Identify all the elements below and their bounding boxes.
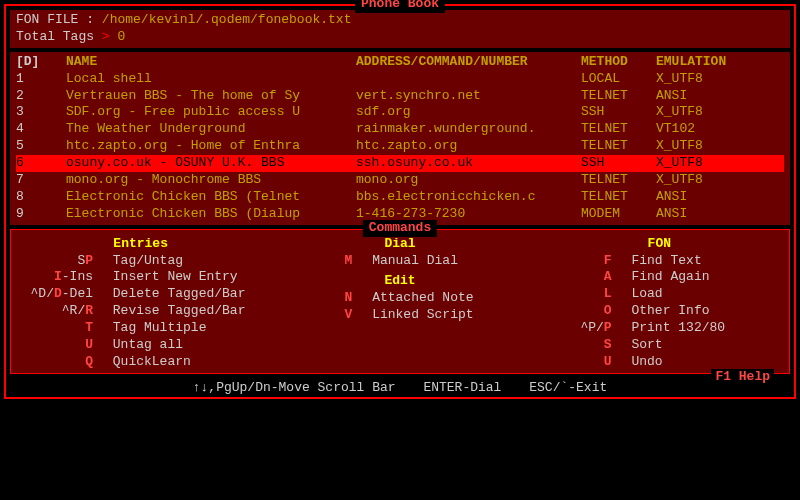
- row-address: mono.org: [356, 172, 581, 189]
- command-item[interactable]: ^D/D-Del-Delete Tagged/Bar: [15, 286, 266, 303]
- row-emulation: ANSI: [656, 189, 746, 206]
- fon-file-label: FON FILE :: [16, 12, 94, 27]
- command-item[interactable]: A-Find Again: [534, 269, 785, 286]
- cmd-col-entries: Entries SP-Tag/UntagI-Ins-Insert New Ent…: [15, 236, 266, 371]
- command-item[interactable]: F-Find Text: [534, 253, 785, 270]
- command-item[interactable]: U-Untag all: [15, 337, 266, 354]
- cmd-col-dial-edit: Dial M-Manual Dial Edit N-Attached NoteV…: [274, 236, 525, 371]
- command-item[interactable]: ^P/P-Print 132/80: [534, 320, 785, 337]
- commands-title: Commands: [363, 220, 437, 237]
- row-method: LOCAL: [581, 71, 656, 88]
- row-method: SSH: [581, 104, 656, 121]
- command-item[interactable]: SP-Tag/Untag: [15, 253, 266, 270]
- command-key: L: [534, 286, 612, 303]
- command-label: QuickLearn: [113, 354, 191, 371]
- command-key: F: [534, 253, 612, 270]
- row-address: sdf.org: [356, 104, 581, 121]
- row-index: 7: [16, 172, 66, 189]
- table-row[interactable]: 2Vertrauen BBS - The home of Syvert.sync…: [16, 88, 784, 105]
- command-label: Other Info: [631, 303, 709, 320]
- row-name: The Weather Underground: [66, 121, 356, 138]
- command-item[interactable]: M-Manual Dial: [274, 253, 525, 270]
- command-item[interactable]: ^R/R-Revise Tagged/Bar: [15, 303, 266, 320]
- row-index: 4: [16, 121, 66, 138]
- edit-heading: Edit: [274, 273, 525, 290]
- footer-move: ↑↓,PgUp/Dn-Move Scroll Bar: [193, 380, 396, 395]
- row-name: htc.zapto.org - Home of Enthra: [66, 138, 356, 155]
- table-row[interactable]: 8Electronic Chicken BBS (Telnetbbs.elect…: [16, 189, 784, 206]
- table-row[interactable]: 1Local shellLOCALX_UTF8: [16, 71, 784, 88]
- row-method: TELNET: [581, 88, 656, 105]
- row-emulation: X_UTF8: [656, 71, 746, 88]
- col-addr: ADDRESS/COMMAND/NUMBER: [356, 54, 581, 71]
- entries-heading: Entries: [15, 236, 266, 253]
- main-window: Phone Book FON FILE : /home/kevinl/.qode…: [4, 4, 796, 399]
- command-label: Find Again: [631, 269, 709, 286]
- row-index: 1: [16, 71, 66, 88]
- col-method: METHOD: [581, 54, 656, 71]
- command-label: Manual Dial: [372, 253, 458, 270]
- command-label: Delete Tagged/Bar: [113, 286, 246, 303]
- f1-help[interactable]: F1 Help: [711, 369, 774, 386]
- table-row[interactable]: 6osuny.co.uk - OSUNY U.K. BBSssh.osuny.c…: [16, 155, 784, 172]
- command-key: V: [274, 307, 352, 324]
- col-emul: EMULATION: [656, 54, 746, 71]
- command-key: ^D/D-Del: [15, 286, 93, 303]
- command-item[interactable]: Q-QuickLearn: [15, 354, 266, 371]
- total-tags-sep: >: [102, 29, 110, 44]
- row-address: ssh.osuny.co.uk: [356, 155, 581, 172]
- row-name: Vertrauen BBS - The home of Sy: [66, 88, 356, 105]
- command-key: SP: [15, 253, 93, 270]
- row-method: TELNET: [581, 189, 656, 206]
- row-name: Electronic Chicken BBS (Dialup: [66, 206, 356, 223]
- command-item[interactable]: T-Tag Multiple: [15, 320, 266, 337]
- total-tags-label: Total Tags: [16, 29, 94, 44]
- command-item[interactable]: V-Linked Script: [274, 307, 525, 324]
- cmd-col-fon: FON F-Find TextA-Find AgainL-LoadO-Other…: [534, 236, 785, 371]
- command-label: Find Text: [631, 253, 701, 270]
- row-index: 9: [16, 206, 66, 223]
- command-label: Tag/Untag: [113, 253, 183, 270]
- command-key: Q: [15, 354, 93, 371]
- fon-heading: FON: [534, 236, 785, 253]
- command-key: T: [15, 320, 93, 337]
- command-label: Sort: [631, 337, 662, 354]
- table-row[interactable]: 5htc.zapto.org - Home of Enthrahtc.zapto…: [16, 138, 784, 155]
- col-name: NAME: [66, 54, 356, 71]
- fon-file-value: /home/kevinl/.qodem/fonebook.txt: [102, 12, 352, 27]
- row-index: 6: [16, 155, 66, 172]
- col-idx: [D]: [16, 54, 66, 71]
- row-method: TELNET: [581, 172, 656, 189]
- header-block: FON FILE : /home/kevinl/.qodem/fonebook.…: [10, 10, 790, 48]
- row-emulation: VT102: [656, 121, 746, 138]
- command-item[interactable]: S-Sort: [534, 337, 785, 354]
- command-key: U: [534, 354, 612, 371]
- command-label: Attached Note: [372, 290, 473, 307]
- command-item[interactable]: O-Other Info: [534, 303, 785, 320]
- row-method: SSH: [581, 155, 656, 172]
- row-name: osuny.co.uk - OSUNY U.K. BBS: [66, 155, 356, 172]
- footer-exit: ESC/`-Exit: [529, 380, 607, 395]
- command-item[interactable]: I-Ins-Insert New Entry: [15, 269, 266, 286]
- command-label: Linked Script: [372, 307, 473, 324]
- command-label: Print 132/80: [631, 320, 725, 337]
- table-row[interactable]: 3SDF.org - Free public access Usdf.orgSS…: [16, 104, 784, 121]
- command-key: M: [274, 253, 352, 270]
- commands-box: Commands Entries SP-Tag/UntagI-Ins-Inser…: [10, 229, 790, 374]
- command-label: Tag Multiple: [113, 320, 207, 337]
- total-tags-value: 0: [117, 29, 125, 44]
- row-method: MODEM: [581, 206, 656, 223]
- command-item[interactable]: L-Load: [534, 286, 785, 303]
- table-row[interactable]: 4The Weather Undergroundrainmaker.wunder…: [16, 121, 784, 138]
- row-address: htc.zapto.org: [356, 138, 581, 155]
- row-name: mono.org - Monochrome BBS: [66, 172, 356, 189]
- row-index: 8: [16, 189, 66, 206]
- command-key: U: [15, 337, 93, 354]
- row-emulation: ANSI: [656, 88, 746, 105]
- command-key: O: [534, 303, 612, 320]
- entry-list[interactable]: [D] NAME ADDRESS/COMMAND/NUMBER METHOD E…: [10, 52, 790, 225]
- row-method: TELNET: [581, 121, 656, 138]
- row-name: Local shell: [66, 71, 356, 88]
- table-row[interactable]: 7mono.org - Monochrome BBSmono.orgTELNET…: [16, 172, 784, 189]
- command-item[interactable]: N-Attached Note: [274, 290, 525, 307]
